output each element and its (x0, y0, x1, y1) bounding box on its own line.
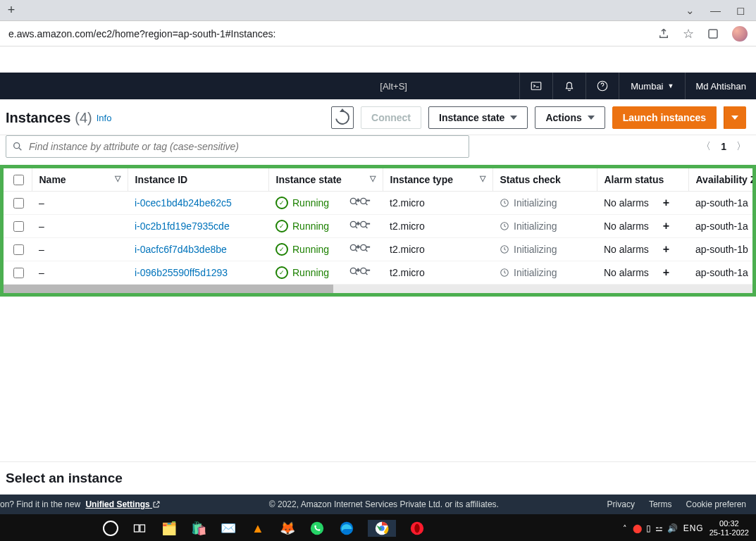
region-selector[interactable]: Mumbai ▼ (619, 73, 685, 99)
page-title: Instances (4) (6, 110, 92, 126)
instance-state-label: Instance state (439, 112, 504, 123)
security-icon[interactable]: ⬤ (633, 523, 642, 533)
language-indicator[interactable]: ENG (683, 523, 704, 533)
col-instance-type[interactable]: Instance type▽ (383, 168, 492, 192)
col-instance-id[interactable]: Instance ID (128, 168, 268, 192)
profile-avatar[interactable] (732, 26, 748, 42)
page-next[interactable]: 〉 (736, 140, 746, 153)
share-icon[interactable] (657, 27, 670, 40)
running-check-icon: ✓ (275, 220, 288, 232)
row-checkbox[interactable] (13, 221, 24, 232)
cell-availability-zone: ap-south-1a (688, 261, 756, 285)
table-row[interactable]: –i-0acfc6f7d4b3de8be✓Running+−t2.microIn… (4, 238, 756, 261)
col-instance-state[interactable]: Instance state▽ (268, 168, 383, 192)
taskbar-clock[interactable]: 00:32 25-11-2022 (709, 519, 752, 537)
table-row[interactable]: –i-0cec1bd4b24be62c5✓Running+−t2.microIn… (4, 192, 756, 215)
add-alarm-button[interactable]: + (663, 243, 669, 256)
svg-point-9 (350, 221, 356, 227)
add-alarm-button[interactable]: + (663, 266, 669, 279)
row-checkbox[interactable] (13, 244, 24, 255)
windows-taskbar: 🗂️ 🛍️ ✉️ ▲ 🦊 ˄ ⬤ ▯ ⚍ 🔊 ENG 00:32 25-11-2… (0, 514, 756, 541)
battery-icon[interactable]: ▯ (646, 523, 651, 533)
row-checkbox[interactable] (13, 198, 24, 209)
user-menu[interactable]: Md Ahtishan (685, 73, 756, 99)
ms-store-icon[interactable]: 🛍️ (190, 520, 207, 537)
instance-id-link[interactable]: i-0acfc6f7d4b3de8be (135, 244, 227, 255)
instance-search[interactable] (6, 135, 469, 158)
quick-look-icons[interactable]: +− (349, 266, 371, 278)
svg-rect-24 (135, 525, 140, 532)
info-link[interactable]: Info (97, 113, 112, 123)
new-tab-button[interactable]: + (4, 4, 18, 18)
instance-id-link[interactable]: i-0c2b1fd19e7935cde (135, 220, 230, 232)
user-name: Md Ahtishan (695, 81, 746, 92)
window-maximize-button[interactable]: ◻ (736, 4, 745, 17)
loading-icon (500, 198, 509, 208)
col-status-check[interactable]: Status check (492, 168, 597, 192)
help-icon[interactable] (585, 73, 619, 99)
unified-settings-link[interactable]: Unified Settings (85, 499, 161, 509)
file-explorer-icon[interactable]: 🗂️ (161, 520, 178, 537)
svg-text:+: + (357, 220, 359, 227)
bookmark-star-icon[interactable]: ☆ (683, 26, 694, 42)
footer-privacy-link[interactable]: Privacy (607, 499, 635, 509)
quick-look-icons[interactable]: +− (349, 197, 371, 208)
chrome-icon[interactable] (368, 520, 396, 537)
quick-look-icons[interactable]: +− (349, 243, 371, 254)
cell-availability-zone: ap-south-1a (688, 192, 756, 215)
table-row[interactable]: –i-0c2b1fd19e7935cde✓Running+−t2.microIn… (4, 215, 756, 238)
firefox-icon[interactable]: 🦊 (279, 520, 296, 537)
footer-terms-link[interactable]: Terms (649, 499, 672, 509)
instance-id-link[interactable]: i-096b25590ff5d1293 (135, 267, 228, 278)
instance-state-menu[interactable]: Instance state (428, 106, 528, 129)
refresh-button[interactable] (331, 106, 354, 129)
row-checkbox[interactable] (13, 268, 24, 278)
svg-text:+: + (357, 197, 359, 204)
volume-icon[interactable]: 🔊 (667, 523, 678, 533)
aws-top-nav: [Alt+S] Mumbai ▼ Md Ahtishan (0, 73, 756, 99)
page-header: Instances (4) Info Connect Instance stat… (0, 99, 756, 135)
browser-tab-strip: + ⌄ — ◻ (0, 0, 756, 21)
url-text[interactable]: e.aws.amazon.com/ec2/home?region=ap-sout… (8, 28, 657, 39)
edge-icon[interactable] (338, 520, 355, 537)
connect-button[interactable]: Connect (361, 106, 421, 129)
col-name[interactable]: Name▽ (32, 168, 128, 192)
detail-panel-header: Select an instance (0, 461, 756, 495)
opera-icon[interactable] (409, 520, 426, 537)
whatsapp-icon[interactable] (309, 520, 326, 537)
window-minimize-button[interactable]: — (710, 4, 721, 17)
svg-text:+: + (357, 267, 359, 273)
col-availability-zone[interactable]: Availability Z (688, 168, 756, 192)
quick-look-icons[interactable]: +− (349, 220, 371, 231)
cell-name: – (32, 261, 128, 285)
notifications-icon[interactable] (552, 73, 585, 99)
tray-expand-icon[interactable]: ˄ (623, 524, 627, 533)
status-check: Initializing (500, 267, 590, 278)
tab-dropdown-icon[interactable]: ⌄ (686, 4, 695, 17)
empty-content-area (0, 297, 756, 461)
search-input[interactable] (27, 140, 463, 153)
cell-alarm-status: No alarms (604, 197, 649, 209)
add-alarm-button[interactable]: + (663, 197, 669, 209)
select-all-checkbox[interactable] (13, 175, 24, 185)
extensions-icon[interactable] (707, 27, 719, 40)
table-row[interactable]: –i-096b25590ff5d1293✓Running+−t2.microIn… (4, 261, 756, 285)
instance-count: (4) (75, 110, 92, 126)
cloudshell-icon[interactable] (519, 73, 552, 99)
footer-cookie-link[interactable]: Cookie preferen (686, 499, 746, 509)
mail-icon[interactable]: ✉️ (220, 520, 237, 537)
task-view-icon[interactable] (131, 520, 148, 537)
actions-label: Actions (545, 112, 581, 123)
vlc-icon[interactable]: ▲ (249, 520, 266, 537)
cortana-icon[interactable] (103, 521, 118, 536)
actions-menu[interactable]: Actions (535, 106, 605, 129)
wifi-icon[interactable]: ⚍ (655, 523, 663, 533)
instance-id-link[interactable]: i-0cec1bd4b24be62c5 (135, 197, 232, 209)
launch-instances-button[interactable]: Launch instances (612, 106, 717, 129)
horizontal-scrollbar[interactable] (4, 285, 752, 293)
page-prev[interactable]: 〈 (701, 140, 711, 153)
col-alarm-status[interactable]: Alarm status (597, 168, 688, 192)
svg-rect-1 (532, 82, 542, 90)
launch-instances-dropdown[interactable] (724, 106, 746, 129)
add-alarm-button[interactable]: + (663, 220, 669, 232)
